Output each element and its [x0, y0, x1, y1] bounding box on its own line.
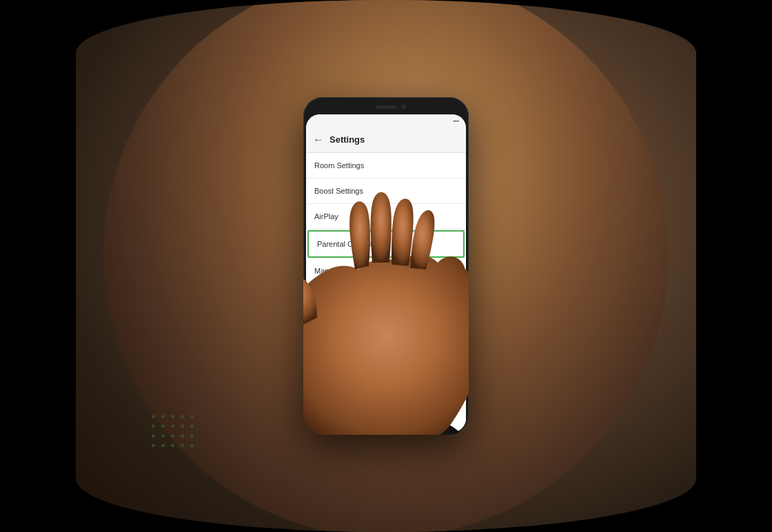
settings-item-about-sonos[interactable]: About My Sonos System: [306, 411, 466, 432]
settings-item-manage-music-library[interactable]: Manage Music Library: [306, 258, 466, 284]
phone-wrapper: ▪▪▪ ← Settings Room Settings Boost Setti…: [303, 97, 469, 435]
settings-item-room-settings[interactable]: Room Settings: [306, 153, 466, 178]
status-bar: ▪▪▪: [306, 114, 466, 127]
settings-item-advanced[interactable]: Advanced Settings: [306, 360, 466, 386]
settings-list: Room Settings Boost Settings AirPlay Par…: [306, 153, 466, 432]
phone-camera: [401, 104, 406, 109]
settings-item-account-settings[interactable]: Account Settings: [306, 309, 466, 335]
settings-item-my-music-services[interactable]: My Music Services: [306, 284, 466, 309]
settings-item-parental-controls[interactable]: Parental Controls: [307, 230, 465, 258]
settings-title: Settings: [329, 134, 365, 145]
dots-decoration: [152, 415, 196, 449]
back-arrow-icon[interactable]: ←: [313, 134, 324, 146]
phone-speaker: [376, 105, 396, 109]
status-icons: ▪▪▪: [453, 118, 459, 124]
phone-screen: ▪▪▪ ← Settings Room Settings Boost Setti…: [306, 114, 466, 432]
settings-item-date-time[interactable]: Date & Time Settings: [306, 335, 466, 360]
settings-item-boost-settings[interactable]: Boost Settings: [306, 178, 466, 204]
settings-item-airplay[interactable]: AirPlay: [306, 204, 466, 229]
app-header: ← Settings: [306, 127, 466, 153]
settings-item-system-updates[interactable]: System Updates: [306, 386, 466, 411]
phone-device: ▪▪▪ ← Settings Room Settings Boost Setti…: [303, 97, 469, 435]
